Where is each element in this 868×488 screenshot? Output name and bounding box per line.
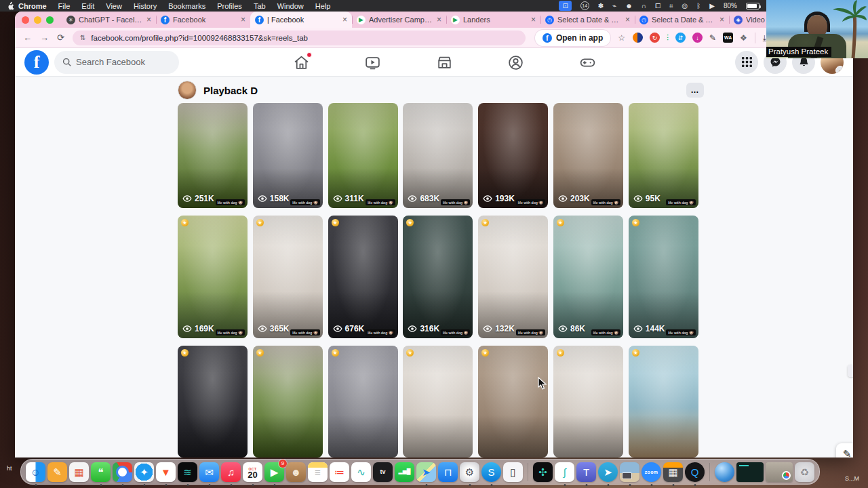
reel-tile[interactable]: ★316Klife with dog 🐶: [403, 216, 473, 338]
tab-close-icon[interactable]: ×: [531, 15, 536, 24]
open-in-app-button[interactable]: f Open in app: [535, 30, 610, 46]
system-settings-dock-icon[interactable]: ⚙: [460, 462, 479, 482]
ext-download-icon[interactable]: ↓: [692, 33, 703, 43]
reel-tile[interactable]: 95Klife with dog 🐶: [629, 103, 698, 208]
notes-dock-icon[interactable]: ≡: [308, 462, 328, 482]
back-button[interactable]: ←: [23, 33, 32, 43]
browser-tab-0[interactable]: ✳ChatGPT - Faceless FB×: [62, 12, 156, 28]
iphone-mirroring-dock-icon[interactable]: ▯: [503, 462, 523, 482]
chart-app-dock-icon[interactable]: ▂▅█: [395, 462, 414, 482]
reel-tile[interactable]: ★: [178, 346, 248, 458]
site-settings-icon[interactable]: ⇅: [80, 34, 85, 41]
ext-pencil-icon[interactable]: ✎: [709, 33, 716, 43]
extensions-puzzle-icon[interactable]: ❖: [740, 33, 747, 43]
browser-tab-6[interactable]: ◷Select a Date & Time - C×: [635, 12, 729, 28]
user-status-icon[interactable]: ☻: [625, 1, 633, 10]
window-grid-icon[interactable]: ⌗: [669, 1, 673, 10]
ext-blue-arrows-icon[interactable]: ⇵: [675, 33, 686, 43]
menu-item-history[interactable]: History: [134, 2, 157, 10]
browser-tab-5[interactable]: ◷Select a Date & Time - C×: [540, 12, 635, 28]
reel-tile[interactable]: ★: [629, 346, 698, 458]
surfshark-dock-icon[interactable]: ∫: [555, 462, 574, 482]
ext-orange-circle-icon[interactable]: [633, 33, 643, 43]
menu-item-help[interactable]: Help: [315, 2, 331, 10]
minimized-terminal-dock-icon[interactable]: [736, 462, 764, 482]
trash-dock-icon[interactable]: ♻: [795, 462, 814, 482]
reel-tile[interactable]: 683Klife with dog 🐶: [403, 103, 473, 208]
headphones-icon[interactable]: ∩: [642, 1, 646, 10]
reel-tile[interactable]: ★365Klife with dog 🐶: [253, 216, 323, 338]
menu-item-bookmarks[interactable]: Bookmarks: [168, 2, 205, 10]
safari-dock-icon[interactable]: ✦: [134, 462, 154, 482]
menu-item-view[interactable]: View: [106, 2, 122, 10]
reel-tile[interactable]: ★: [328, 346, 398, 458]
display-icon[interactable]: ⧠: [655, 1, 660, 10]
vpn-swirl-icon[interactable]: ◎: [682, 1, 688, 10]
reel-tile[interactable]: 193Klife with dog 🐶: [478, 103, 548, 208]
teams-dock-icon[interactable]: T: [576, 462, 596, 482]
quicktime-dock-icon[interactable]: Q: [685, 462, 705, 482]
minimized-window-dock-icon[interactable]: [766, 462, 793, 482]
screen-share-icon[interactable]: ⊡: [559, 1, 571, 11]
reel-tile[interactable]: ★86Klife with dog 🐶: [553, 216, 623, 338]
network-off-icon[interactable]: ⌁: [612, 1, 616, 10]
apple-tv-dock-icon[interactable]: tv: [373, 462, 393, 482]
ext-red-refresh-icon[interactable]: ↻: [650, 33, 660, 43]
reel-tile[interactable]: ★: [253, 346, 323, 458]
reel-tile[interactable]: ★144Klife with dog 🐶: [629, 216, 698, 338]
notification-count-icon[interactable]: 14: [580, 1, 589, 10]
reel-tile[interactable]: 203Klife with dog 🐶: [553, 103, 623, 208]
calculator-dock-icon[interactable]: ▦: [663, 462, 683, 482]
facetime-dock-icon[interactable]: ▶9: [264, 462, 284, 482]
reload-button[interactable]: ⟳: [57, 33, 64, 43]
pencil-app-dock-icon[interactable]: ✎: [47, 462, 67, 482]
screenshot-preview-dock-icon[interactable]: [620, 462, 639, 482]
freeform-dock-icon[interactable]: ∿: [351, 462, 371, 482]
reel-tile[interactable]: ★132Klife with dog 🐶: [478, 216, 548, 338]
reel-tile[interactable]: 251Klife with dog 🐶: [178, 103, 248, 208]
chrome-dock-icon[interactable]: [113, 462, 132, 482]
skype-dock-icon[interactable]: S: [481, 462, 501, 482]
tab-close-icon[interactable]: ×: [342, 15, 347, 24]
messages-dock-icon[interactable]: ❝: [91, 462, 111, 482]
keynote-dock-icon[interactable]: ⊓: [438, 462, 458, 482]
calendar-dock-icon[interactable]: OCT20: [243, 462, 262, 482]
zoom-window-button[interactable]: [46, 16, 54, 24]
tab-close-icon[interactable]: ×: [146, 15, 151, 24]
settings-flower-icon[interactable]: ✽: [598, 1, 604, 10]
menu-item-edit[interactable]: Edit: [81, 2, 94, 10]
browser-tab-2[interactable]: f| Facebook×: [250, 12, 352, 28]
apple-logo-icon[interactable]: [7, 1, 14, 10]
music-dock-icon[interactable]: ♫: [221, 462, 241, 482]
browser-tab-4[interactable]: ▶Landers×: [446, 12, 540, 28]
compose-fab[interactable]: ✎: [836, 443, 853, 458]
tab-close-icon[interactable]: ×: [719, 15, 724, 24]
web-globe-dock-icon[interactable]: [715, 462, 734, 482]
reminders-dock-icon[interactable]: ≔: [330, 462, 349, 482]
maps-dock-icon[interactable]: ➤: [416, 462, 436, 482]
address-bar[interactable]: ⇅ facebook.com/profile.php?id=1000924688…: [73, 30, 526, 45]
ext-wa-icon[interactable]: WA: [723, 33, 733, 43]
zoom-dock-icon[interactable]: zoom: [642, 462, 661, 482]
telegram-dock-icon[interactable]: ➤: [598, 462, 618, 482]
bluetooth-icon[interactable]: ᛒ: [696, 1, 701, 10]
forward-button[interactable]: →: [40, 33, 49, 43]
reel-tile[interactable]: 158Klife with dog 🐶: [253, 103, 323, 208]
browser-tab-1[interactable]: fFacebook×: [156, 12, 250, 28]
menu-item-window[interactable]: Window: [277, 2, 304, 10]
tab-close-icon[interactable]: ×: [241, 15, 245, 24]
contacts-dock-icon[interactable]: ☻: [286, 462, 306, 482]
reel-tile[interactable]: ★676Klife with dog 🐶: [328, 216, 398, 338]
bookmark-star-icon[interactable]: ☆: [618, 33, 625, 43]
wave-app-dock-icon[interactable]: ≋: [178, 462, 197, 482]
menu-item-tab[interactable]: Tab: [254, 2, 266, 10]
reel-tile[interactable]: ★: [553, 346, 623, 458]
brave-dock-icon[interactable]: ▼: [156, 462, 176, 482]
ext-green-lines-icon[interactable]: ⫶: [667, 33, 669, 43]
collapsed-widget[interactable]: ↗: [848, 365, 853, 377]
play-circle-icon[interactable]: ▶: [709, 1, 715, 10]
menu-item-file[interactable]: File: [58, 2, 71, 10]
reel-tile[interactable]: 311Klife with dog 🐶: [328, 103, 398, 208]
reel-tile[interactable]: ★169Klife with dog 🐶: [178, 216, 248, 338]
close-window-button[interactable]: [22, 16, 29, 24]
